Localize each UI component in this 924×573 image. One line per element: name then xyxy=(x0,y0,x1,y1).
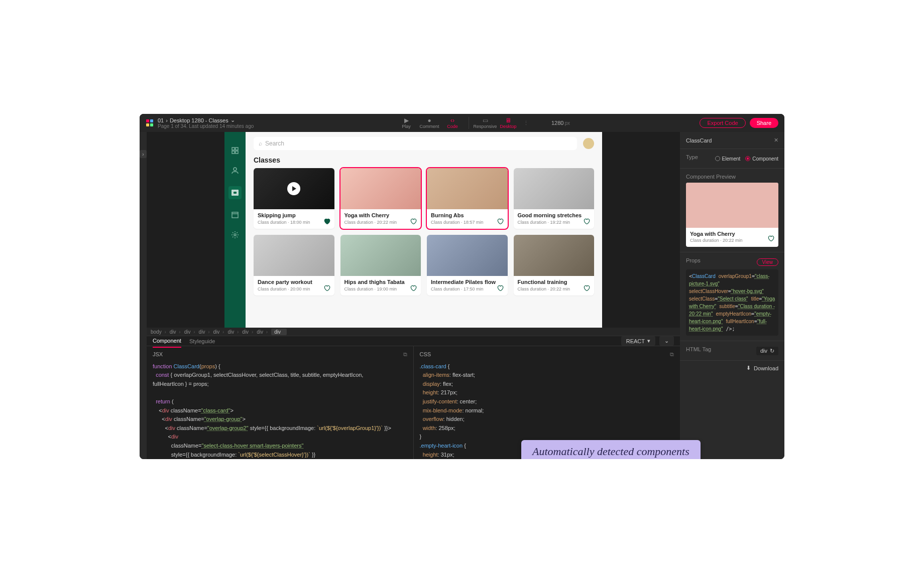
search-placeholder: Search xyxy=(265,140,284,147)
jsx-code[interactable]: function ClassCard(props) { const { over… xyxy=(153,362,407,459)
class-subtitle: Class duration · 19:22 min xyxy=(518,220,591,225)
canvas-dimension[interactable]: 1280px xyxy=(551,120,570,126)
class-subtitle: Class duration · 20:22 min xyxy=(518,286,591,292)
svg-point-13 xyxy=(234,234,236,236)
class-title: Yoga with Cherry xyxy=(344,212,417,218)
expand-panel-button[interactable]: › xyxy=(140,150,147,158)
class-title: Intermediate Pilates flow xyxy=(431,279,504,285)
class-image xyxy=(254,168,334,209)
class-title: Skipping jump xyxy=(258,212,330,218)
class-card[interactable]: Dance party workoutClass duration · 20:0… xyxy=(254,235,334,296)
class-card[interactable]: Skipping jumpClass duration · 18:00 min xyxy=(254,168,334,229)
favorite-button[interactable] xyxy=(323,284,330,292)
class-card[interactable]: Functional trainingClass duration · 20:2… xyxy=(514,235,595,296)
toolbar-center: ▶Play ●Comment ‹›Code ▭Responsive 🖥Deskt… xyxy=(395,117,529,129)
nav-calendar-icon[interactable] xyxy=(230,210,240,219)
design-canvas[interactable]: ⌕ Search Classes Skipping jumpClass dura… xyxy=(147,132,680,328)
tab-styleguide[interactable]: Styleguide xyxy=(189,338,215,344)
path-segment[interactable]: div xyxy=(257,329,269,335)
path-segment[interactable]: div xyxy=(242,329,255,335)
heart-icon xyxy=(767,235,774,243)
favorite-button[interactable] xyxy=(323,218,330,225)
inspector-title: ClassCard xyxy=(686,137,712,144)
class-subtitle: Class duration · 20:00 min xyxy=(258,286,330,292)
favorite-button[interactable] xyxy=(497,284,504,292)
props-code[interactable]: <ClassCard overlapGroup1="class-picture-… xyxy=(686,269,778,336)
framework-select[interactable]: REACT▾ xyxy=(621,336,655,346)
chevron-down-icon: ⌄ xyxy=(664,338,669,344)
type-label: Type xyxy=(686,154,698,160)
path-segment[interactable]: div xyxy=(199,329,211,335)
htmltag-select[interactable]: div↻ xyxy=(756,347,778,355)
page-status: Page 1 of 34. Last updated 14 minutes ag… xyxy=(158,123,254,129)
app-sidebar xyxy=(224,132,246,328)
path-segment[interactable]: div xyxy=(213,329,226,335)
copy-css-button[interactable]: ⧉ xyxy=(670,350,674,359)
comment-button[interactable]: ●Comment xyxy=(418,117,440,129)
path-segment[interactable]: div xyxy=(271,329,287,335)
favorite-button[interactable] xyxy=(583,284,590,292)
class-card[interactable]: Intermediate Pilates flowClass duration … xyxy=(427,235,508,296)
refresh-icon: ↻ xyxy=(770,348,774,354)
class-card[interactable]: divClassCardBurning AbsClass duration · … xyxy=(427,168,508,229)
nav-settings-icon[interactable] xyxy=(230,230,240,239)
close-inspector-button[interactable]: ✕ xyxy=(774,137,778,144)
svg-point-8 xyxy=(234,168,237,171)
preview-label: Component Preview xyxy=(686,174,778,180)
chevron-down-icon[interactable]: ⌄ xyxy=(230,117,235,123)
app-window: 01 › Desktop 1280 - Classes ⌄ Page 1 of … xyxy=(140,114,784,459)
desktop-icon: 🖥 xyxy=(505,117,511,124)
desktop-button[interactable]: 🖥Desktop xyxy=(497,117,519,129)
class-image xyxy=(427,235,508,276)
class-title: Functional training xyxy=(518,279,591,285)
class-card[interactable]: divClassCardYoga with CherryClass durati… xyxy=(340,168,421,229)
nav-dashboard-icon[interactable] xyxy=(230,146,240,155)
class-title: Burning Abs xyxy=(431,212,504,218)
type-element-radio[interactable]: Element xyxy=(715,156,741,162)
download-button[interactable]: ⬇ Download xyxy=(680,361,784,375)
class-card[interactable]: Hips and thighs TabataClass duration · 1… xyxy=(340,235,421,296)
class-grid: Skipping jumpClass duration · 18:00 mind… xyxy=(254,168,594,296)
more-icon[interactable]: ⋮ xyxy=(523,120,529,126)
code-options-button[interactable]: ⌄ xyxy=(659,336,674,346)
svg-rect-4 xyxy=(232,148,235,150)
play-button[interactable]: ▶Play xyxy=(395,117,417,129)
share-button[interactable]: Share xyxy=(750,118,778,128)
path-segment[interactable]: div xyxy=(184,329,197,335)
preview-title: Yoga with Cherry xyxy=(690,231,774,237)
export-code-button[interactable]: Export Code xyxy=(700,118,745,128)
play-icon[interactable] xyxy=(287,182,300,195)
download-icon: ⬇ xyxy=(746,365,751,371)
class-image xyxy=(427,168,508,209)
class-image xyxy=(340,168,421,209)
path-segment[interactable]: body xyxy=(151,329,168,335)
search-icon: ⌕ xyxy=(259,140,262,147)
breadcrumb-prefix: 01 xyxy=(158,117,164,123)
search-input[interactable]: ⌕ Search xyxy=(254,137,577,150)
class-card[interactable]: Good morning stretchesClass duration · 1… xyxy=(514,168,595,229)
nav-profile-icon[interactable] xyxy=(230,166,240,175)
class-image xyxy=(254,235,334,276)
annotation-callout: Automatically detected components xyxy=(521,440,701,459)
favorite-button[interactable] xyxy=(583,218,590,225)
path-segment[interactable]: div xyxy=(227,329,240,335)
favorite-button[interactable] xyxy=(410,218,417,225)
user-avatar[interactable] xyxy=(583,138,594,149)
code-button[interactable]: ‹›Code xyxy=(441,117,464,129)
view-props-button[interactable]: View xyxy=(757,258,779,266)
chevron-down-icon: ▾ xyxy=(647,338,650,344)
class-subtitle: Class duration · 19:00 min xyxy=(344,286,417,292)
responsive-icon: ▭ xyxy=(483,117,488,124)
breadcrumb-page[interactable]: Desktop 1280 - Classes xyxy=(170,117,228,123)
responsive-button[interactable]: ▭Responsive xyxy=(474,117,496,129)
class-image xyxy=(514,235,595,276)
dom-path-bar[interactable]: bodydivdivdivdivdivdivdivdiv xyxy=(147,328,680,336)
jsx-column: JSX⧉ function ClassCard(props) { const {… xyxy=(147,346,413,459)
nav-classes-icon[interactable] xyxy=(228,186,242,199)
favorite-button[interactable] xyxy=(410,284,417,292)
type-component-radio[interactable]: Component xyxy=(745,156,778,162)
favorite-button[interactable] xyxy=(497,218,504,225)
path-segment[interactable]: div xyxy=(170,329,182,335)
props-label: Props xyxy=(686,257,701,263)
copy-jsx-button[interactable]: ⧉ xyxy=(403,350,407,359)
